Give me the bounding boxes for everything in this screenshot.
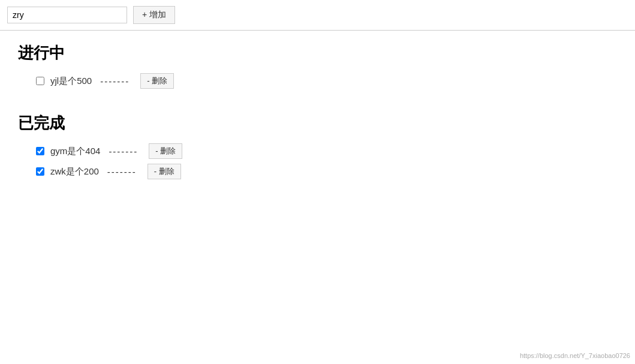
completed-section: 已完成 gym是个404 ------- - 删除 zwk是个200 -----… — [18, 113, 617, 179]
delete-button-2[interactable]: - 删除 — [149, 143, 182, 159]
delete-button-1[interactable]: - 删除 — [140, 73, 174, 89]
content: 进行中 yjl是个500 ------- - 删除 已完成 gym是个404 -… — [0, 31, 635, 215]
todo-separator-2: ------- — [109, 146, 138, 157]
completed-list: gym是个404 ------- - 删除 zwk是个200 ------- -… — [18, 143, 617, 179]
todo-text-1: yjl是个500 — [50, 76, 92, 87]
todo-checkbox-1[interactable] — [36, 77, 44, 85]
delete-button-3[interactable]: - 删除 — [148, 164, 181, 179]
todo-text-2: gym是个404 — [50, 146, 100, 157]
todo-separator-1: ------- — [100, 76, 130, 86]
in-progress-section: 进行中 yjl是个500 ------- - 删除 — [18, 43, 617, 89]
table-row: gym是个404 ------- - 删除 — [36, 143, 617, 159]
table-row: zwk是个200 ------- - 删除 — [36, 164, 617, 179]
todo-text-3: zwk是个200 — [50, 166, 99, 178]
in-progress-title: 进行中 — [18, 43, 617, 64]
top-bar: + 增加 — [0, 0, 635, 31]
table-row: yjl是个500 ------- - 删除 — [36, 73, 617, 89]
watermark: https://blog.csdn.net/Y_7xiaobao0726 — [520, 352, 630, 359]
in-progress-list: yjl是个500 ------- - 删除 — [18, 73, 617, 89]
todo-checkbox-3[interactable] — [36, 167, 44, 176]
add-button[interactable]: + 增加 — [133, 6, 175, 24]
todo-checkbox-2[interactable] — [36, 147, 44, 155]
todo-separator-3: ------- — [107, 167, 137, 177]
task-input[interactable] — [7, 7, 127, 23]
completed-title: 已完成 — [18, 113, 617, 134]
